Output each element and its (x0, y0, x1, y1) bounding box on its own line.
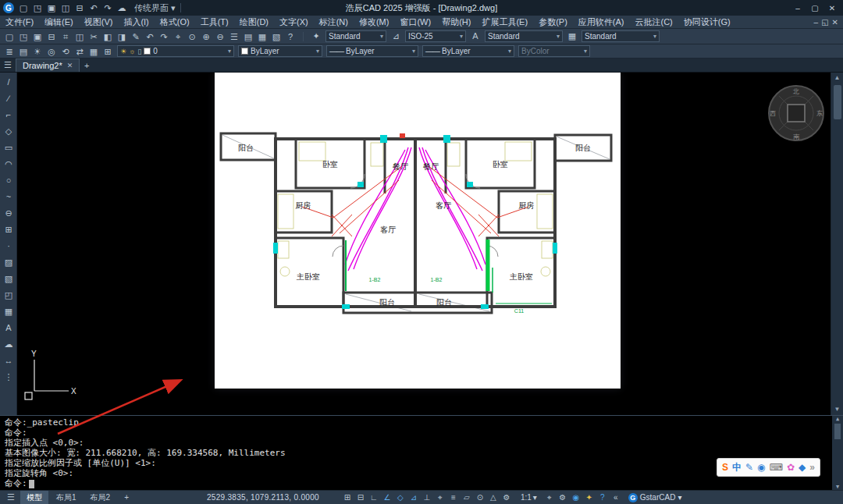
minimize-button[interactable]: – (790, 4, 806, 12)
menu-item[interactable]: 窗口(W) (394, 16, 436, 28)
expand-icon[interactable]: » (809, 459, 815, 476)
toolbox-icon[interactable]: ✿ (787, 459, 795, 476)
layer-isolate-icon[interactable]: ◎ (44, 45, 59, 59)
undo-icon[interactable]: ↶ (87, 2, 100, 15)
osnap-icon[interactable]: ◇ (394, 491, 407, 504)
new-tab-button[interactable]: + (80, 61, 94, 70)
insert-block-icon[interactable]: ⊞ (0, 222, 17, 238)
undo-icon[interactable]: ↶ (143, 30, 157, 44)
layer-previous-icon[interactable]: ⟲ (59, 45, 73, 59)
copy-icon[interactable]: ◧ (101, 30, 115, 44)
dim-style-icon[interactable]: ⊿ (389, 30, 403, 43)
menu-item[interactable]: 编辑(E) (39, 16, 79, 28)
annotation-visibility-icon[interactable]: △ (487, 491, 500, 504)
plot-icon[interactable]: ⊟ (44, 30, 59, 44)
doc-menu-icon[interactable]: ☰ (0, 60, 16, 70)
save-icon[interactable]: ▣ (45, 2, 58, 15)
layer-on-icon[interactable]: ☀ (30, 45, 44, 59)
tab-layout2[interactable]: 布局2 (84, 491, 117, 504)
doc-restore-button[interactable]: ◱ (821, 18, 828, 27)
settings-gear-icon[interactable]: ⚙ (557, 491, 569, 504)
isolate-objects-icon[interactable]: ⌖ (543, 491, 556, 504)
workspace-style-combo[interactable]: Standard ▾ (325, 30, 386, 42)
scrollbar-thumb[interactable] (834, 85, 841, 119)
lineweight-display-icon[interactable]: ≡ (447, 491, 460, 504)
menu-item[interactable]: 修改(M) (354, 16, 395, 28)
menu-item[interactable]: 绘图(D) (234, 16, 274, 28)
save-as-icon[interactable]: ◫ (59, 2, 72, 15)
grid-icon[interactable]: ⊞ (341, 491, 354, 504)
print-icon[interactable]: ⊟ (73, 2, 86, 15)
linetype-combo[interactable]: —— ByLayer ▾ (326, 45, 418, 57)
sogou-logo-icon[interactable]: S (722, 459, 728, 476)
app-logo-icon[interactable]: G (3, 2, 14, 13)
tab-layout1[interactable]: 布局1 (50, 491, 83, 504)
menu-item[interactable]: 帮助(H) (436, 16, 476, 28)
menu-item[interactable]: 视图(V) (79, 16, 119, 28)
doc-close-button[interactable]: ✕ (832, 18, 838, 27)
close-button[interactable]: ✕ (824, 4, 840, 12)
polyline-icon[interactable]: ⌐ (0, 107, 17, 123)
color-combo[interactable]: ByLayer ▾ (238, 45, 322, 57)
circle-icon[interactable]: ○ (0, 172, 17, 189)
annotation-scale-control[interactable]: 1:1 ▾ (521, 493, 537, 502)
close-tab-icon[interactable]: ✕ (67, 62, 73, 69)
ellipse-icon[interactable]: ⊖ (0, 205, 17, 222)
plot-preview-icon[interactable]: ⌗ (59, 30, 73, 44)
tool-palettes-icon[interactable]: ▦ (255, 30, 269, 44)
zoom-realtime-icon[interactable]: ⊙ (185, 30, 199, 44)
license-key-icon[interactable]: ✦ (583, 491, 596, 504)
rectangle-icon[interactable]: ▭ (0, 140, 17, 156)
new-file-icon[interactable]: ▢ (17, 2, 30, 15)
layer-on-bulb-icon[interactable]: ☀ (120, 48, 126, 55)
redo-icon[interactable]: ↷ (157, 30, 171, 44)
doc-minimize-button[interactable]: – (814, 18, 819, 27)
menu-item[interactable]: 文字(X) (274, 16, 314, 28)
scroll-up-icon[interactable]: ▲ (836, 416, 839, 422)
text-style-icon[interactable]: A (468, 30, 482, 43)
menu-item[interactable]: 扩展工具(E) (476, 16, 533, 28)
command-line-panel[interactable]: 命令:_pasteclip命令:指定插入点 <0,0>:基本图像大小: 宽: 2… (0, 415, 843, 490)
layer-match-icon[interactable]: ⇄ (73, 45, 87, 59)
menu-item[interactable]: 插入(I) (118, 16, 154, 28)
classic-ui-switch[interactable]: 传统界面 ▾ (134, 2, 176, 14)
menu-item[interactable]: 标注(N) (314, 16, 354, 28)
new-layout-button[interactable]: + (118, 491, 135, 504)
chevron-down-icon[interactable]: ▾ (678, 493, 681, 502)
layer-properties-icon[interactable]: ≣ (2, 45, 16, 59)
line-tool-icon[interactable]: / (0, 74, 17, 91)
pasted-drawing-sheet[interactable]: 阳台 卧室 餐厅 餐厅 卧室 阳台 厨房 客厅 客厅 厨房 主卧室 阳台 阳台 … (215, 73, 621, 389)
save-icon[interactable]: ▣ (30, 30, 44, 44)
selection-cycling-icon[interactable]: ⊙ (474, 491, 486, 504)
zoom-window-icon[interactable]: ⊕ (199, 30, 213, 44)
help-bubble-icon[interactable]: ? (596, 491, 609, 504)
design-center-icon[interactable]: ▤ (241, 30, 255, 44)
command-scrollbar[interactable]: ▲ ▼ (832, 416, 843, 490)
sheet-set-icon[interactable]: ▧ (269, 30, 283, 44)
transparency-icon[interactable]: ▱ (461, 491, 473, 504)
layer-freeze-icon[interactable]: ⊞ (101, 45, 115, 59)
tab-model[interactable]: 模型 (20, 491, 48, 504)
point-icon[interactable]: · (0, 238, 17, 254)
keyboard-icon[interactable]: ⌨ (770, 459, 783, 476)
scroll-up-icon[interactable]: ▲ (834, 73, 841, 83)
layer-lock-icon[interactable]: ▯ (137, 48, 141, 55)
menu-item[interactable]: 云批注(C) (629, 16, 678, 28)
handwriting-icon[interactable]: ✎ (745, 459, 753, 476)
menu-item[interactable]: 应用软件(A) (573, 16, 630, 28)
input-mode-icon[interactable]: 中 (732, 459, 742, 476)
layer-combo[interactable]: ☀ ☼ ▯ 0 ▾ (117, 45, 234, 57)
layer-states-icon[interactable]: ▤ (16, 45, 30, 59)
workspace-gear-icon[interactable]: ⚙ (500, 491, 513, 504)
menu-item[interactable]: 参数(P) (533, 16, 573, 28)
polar-tracking-icon[interactable]: ∠ (381, 491, 393, 504)
ortho-icon[interactable]: ∟ (368, 491, 380, 504)
open-file-icon[interactable]: ◳ (16, 30, 30, 44)
status-menu-icon[interactable]: ☰ (3, 492, 19, 502)
more-tools-icon[interactable]: ⋮ (0, 369, 17, 385)
properties-icon[interactable]: ☰ (227, 30, 241, 44)
construction-line-icon[interactable]: ∕ (0, 91, 17, 107)
layer-freeze-icon[interactable]: ☼ (129, 48, 135, 55)
pan-icon[interactable]: ⌖ (171, 30, 185, 44)
open-file-icon[interactable]: ◳ (31, 2, 44, 15)
